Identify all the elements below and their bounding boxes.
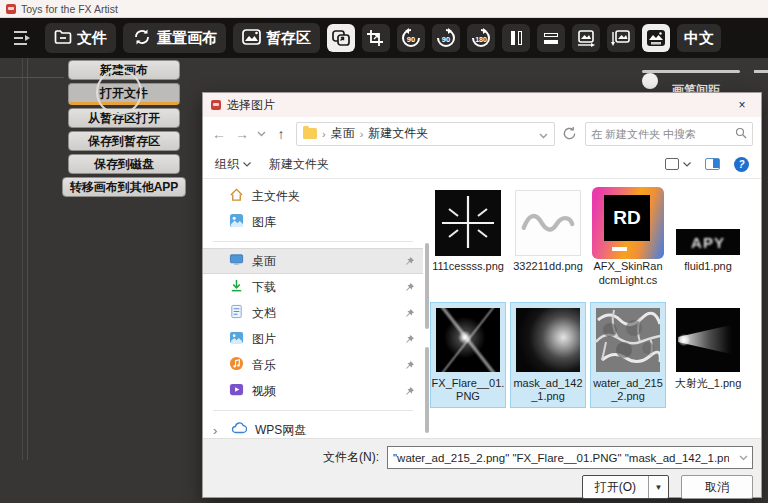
tree-item-wps-drive[interactable]: › WPS网盘 [203,417,423,438]
sidebar-item-open-file[interactable]: 打开文件 [68,83,180,105]
refresh-icon[interactable] [562,126,578,142]
filename-dropdown-icon[interactable] [734,455,752,461]
file-item-selected[interactable]: mask_ad_142_1.png [510,302,586,409]
crop-icon[interactable] [362,24,390,52]
sidebar-item-open-from-staging[interactable]: 从暂存区打开 [68,108,180,128]
mirror-image-horizontal-icon[interactable] [572,24,600,52]
file-name: 111cessss.png [431,260,505,274]
organize-menu[interactable]: 组织 [215,156,251,173]
app-icon [6,4,16,14]
file-thumbnail [676,308,740,372]
search-input[interactable] [591,128,735,140]
file-item-selected[interactable]: water_ad_215_2.png [590,302,666,409]
mirror-image-vertical-icon[interactable] [607,24,635,52]
swap-images-icon[interactable] [327,24,355,52]
file-thumbnail [515,190,581,256]
folder-icon [303,128,317,139]
home-icon [229,187,244,206]
forward-icon[interactable]: → [234,126,250,142]
cancel-button[interactable]: 取消 [681,475,753,499]
breadcrumb-separator: › [322,128,326,140]
sidebar-item-save-to-disk[interactable]: 保存到磁盘 [68,154,180,174]
dialog-body: 主文件夹 图库 桌面 下载 文档 [203,179,761,438]
pin-icon [404,334,415,345]
menu-expand-icon[interactable] [8,25,38,51]
file-name: water_ad_215_2.png [591,377,665,405]
tree-item-desktop[interactable]: 桌面 [203,248,423,274]
file-item[interactable]: RD AFX_SkinRandcmLight.cs [590,185,666,292]
desktop-icon [229,252,244,271]
view-icon [665,158,679,170]
sidebar-item-save-to-staging[interactable]: 保存到暂存区 [68,131,180,151]
file-thumbnail [516,308,580,372]
reset-canvas-button[interactable]: 重置画布 [123,23,226,53]
filename-input[interactable] [388,452,734,464]
file-name: FX_Flare__01.PNG [431,377,505,405]
up-icon[interactable]: ↑ [273,126,289,142]
breadcrumb[interactable]: › 桌面 › 新建文件夹 [296,122,555,146]
window-titlebar: Toys for the FX Artist [0,0,768,18]
back-icon[interactable]: ← [211,126,227,142]
help-icon[interactable] [734,157,749,172]
slider-track-fragment[interactable] [754,70,768,73]
preview-pane-icon[interactable] [705,158,720,170]
sidebar-item-transfer-canvas[interactable]: 转移画布到其他APP [62,177,186,197]
file-item[interactable]: 332211dd.png [510,185,586,292]
reset-canvas-label: 重置画布 [157,29,217,48]
breadcrumb-current-folder[interactable]: 新建文件夹 [368,125,428,142]
open-dropdown-icon[interactable] [648,476,668,498]
dialog-titlebar: 选择图片 × [203,93,761,117]
staging-area-button[interactable]: 暂存区 [233,23,320,53]
tree-item-home[interactable]: 主文件夹 [203,183,423,209]
file-item[interactable]: APY fluid1.png [670,185,746,292]
rotate-ccw-90-icon[interactable]: 90 [397,24,425,52]
flip-vertical-icon[interactable] [537,24,565,52]
dialog-title: 选择图片 [227,97,275,114]
file-name: fluid1.png [671,260,745,274]
file-button[interactable]: 文件 [45,23,116,53]
pin-icon [404,360,415,371]
image-data-icon[interactable] [642,24,670,52]
file-item-selected[interactable]: FX_Flare__01.PNG [430,302,506,409]
file-item[interactable]: 111cessss.png [430,185,506,292]
rotate-180-icon[interactable]: 180 [467,24,495,52]
pin-icon [404,282,415,293]
flip-horizontal-icon[interactable] [502,24,530,52]
breadcrumb-separator: › [360,128,364,140]
file-thumbnail: APY [676,229,740,255]
rotate-cw-90-icon[interactable]: 90 [432,24,460,52]
divider [213,241,413,242]
file-item[interactable]: 大射光_1.png [670,302,746,409]
navigation-pane: 主文件夹 图库 桌面 下载 文档 [203,179,423,438]
tree-item-pictures[interactable]: 图片 [203,326,423,352]
search-box[interactable] [585,122,753,146]
brush-spacing-slider[interactable] [642,70,740,73]
breadcrumb-chevron-icon[interactable] [539,125,548,143]
tree-item-videos[interactable]: 视频 [203,378,423,404]
file-name: AFX_SkinRandcmLight.cs [591,260,665,288]
svg-text:180: 180 [475,36,487,43]
history-chevron-icon[interactable] [257,131,266,137]
staging-image-icon [242,29,261,48]
sidebar-item-new-canvas[interactable]: 新建画布 [68,60,180,80]
tree-item-downloads[interactable]: 下载 [203,274,423,300]
window-title: Toys for the FX Artist [21,3,118,15]
downloads-icon [229,278,244,297]
main-toolbar: 文件 重置画布 暂存区 90 90 180 中文 [0,18,768,58]
svg-text:90: 90 [407,35,415,44]
new-folder-button[interactable]: 新建文件夹 [269,156,329,173]
tree-item-gallery[interactable]: 图库 [203,209,423,235]
pin-icon [404,386,415,397]
breadcrumb-desktop[interactable]: 桌面 [331,125,355,142]
dialog-command-bar: 组织 新建文件夹 [203,150,761,178]
cloud-icon [231,421,247,438]
scrollbar[interactable] [423,179,431,438]
view-mode-button[interactable] [665,158,691,170]
reset-icon [132,28,152,49]
language-button[interactable]: 中文 [677,24,721,52]
filename-field[interactable] [387,446,753,469]
open-button[interactable]: 打开(O) [582,475,669,499]
tree-item-documents[interactable]: 文档 [203,300,423,326]
dialog-close-icon[interactable]: × [731,98,753,112]
tree-item-music[interactable]: 音乐 [203,352,423,378]
